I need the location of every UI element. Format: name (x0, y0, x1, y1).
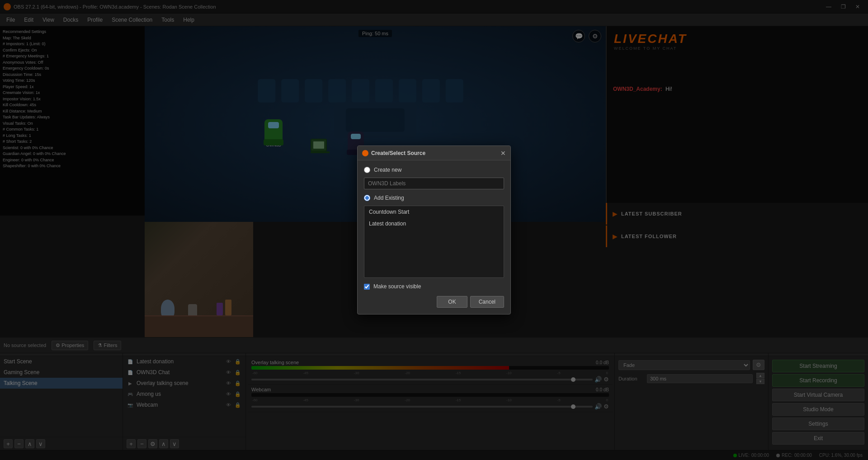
modal-footer: OK Cancel (364, 296, 504, 308)
modal-close-button[interactable]: ✕ (500, 150, 506, 157)
modal-titlebar: Create/Select Source ✕ (358, 146, 510, 160)
existing-sources-list: Countdown Start Latest donation (364, 206, 504, 278)
modal-ok-button[interactable]: OK (437, 296, 467, 308)
modal-body: Create new Add Existing Countdown Start … (358, 160, 510, 314)
create-select-source-modal: Create/Select Source ✕ Create new Add Ex… (357, 146, 511, 314)
add-existing-radio[interactable] (364, 195, 370, 201)
modal-overlay: Create/Select Source ✕ Create new Add Ex… (0, 0, 868, 460)
modal-cancel-button[interactable]: Cancel (470, 296, 504, 308)
modal-obs-icon (362, 150, 368, 156)
add-existing-row: Add Existing (364, 195, 504, 201)
existing-source-countdown[interactable]: Countdown Start (364, 206, 504, 218)
modal-title: Create/Select Source (371, 150, 425, 156)
modal-title-left: Create/Select Source (362, 150, 425, 156)
make-visible-checkbox[interactable] (364, 284, 370, 290)
create-new-row: Create new (364, 167, 504, 173)
create-new-label: Create new (374, 167, 401, 173)
make-visible-label: Make source visible (373, 283, 421, 290)
make-visible-row: Make source visible (364, 283, 504, 290)
add-existing-label: Add Existing (374, 195, 404, 201)
create-new-radio[interactable] (364, 167, 370, 173)
existing-source-donation[interactable]: Latest donation (364, 218, 504, 230)
source-name-input[interactable] (364, 178, 504, 189)
main-content: Recommended Settings Map: The Skeld # Im… (0, 26, 868, 460)
